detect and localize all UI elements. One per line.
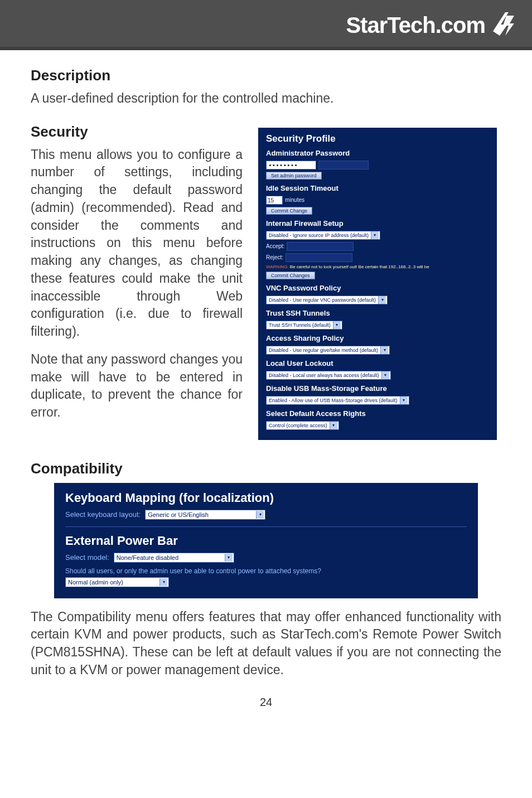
firewall-warning: WARNING: Be careful not to lock yourself…: [266, 264, 429, 269]
security-panel-wrap: Security Profile Administrator Password …: [254, 123, 501, 444]
security-p2: Note that any password changes you make …: [31, 351, 243, 422]
kbmap-label: Select keyboard layout:: [65, 510, 141, 519]
usb-value: Enabled - Allow use of USB Mass-Storage …: [269, 398, 398, 403]
power-mode-select[interactable]: Normal (admin only) ▾: [65, 577, 169, 587]
access-policy-value: Disabled - Use regular give/take method …: [269, 347, 378, 353]
chevron-down-icon: ▾: [400, 396, 408, 404]
lockout-value: Disabled - Local user always has access …: [269, 373, 379, 378]
firewall-mode-value: Disabled - Ignore source IP address (def…: [269, 233, 369, 238]
compat-heading: Compatibility: [31, 460, 501, 477]
idle-unit-label: minutes: [285, 197, 304, 203]
admin-pw-field-1[interactable]: ••••••••: [266, 161, 316, 170]
firewall-accept-label: Accept:: [266, 243, 284, 249]
access-policy-select[interactable]: Disabled - Use regular give/take method …: [266, 346, 390, 355]
kbmap-select[interactable]: Generic or US/English ▾: [145, 510, 265, 520]
rights-select[interactable]: Control (complete access) ▾: [266, 421, 339, 430]
divider: [65, 526, 467, 527]
chevron-down-icon: ▾: [381, 371, 389, 379]
idle-heading: Idle Session Timeout: [266, 184, 489, 192]
firewall-commit-button[interactable]: Commit Changes: [266, 272, 315, 279]
firewall-mode-select[interactable]: Disabled - Ignore source IP address (def…: [266, 231, 380, 240]
brand-logo-icon: [490, 10, 515, 38]
description-heading: Description: [31, 67, 501, 84]
security-row: Security This menu allows you to configu…: [31, 123, 501, 444]
model-label: Select model:: [65, 553, 109, 562]
firewall-reject-label: Reject:: [266, 254, 283, 260]
page-number: 24: [31, 696, 501, 709]
kbmap-heading: Keyboard Mapping (for localization): [65, 491, 467, 505]
vnc-policy-select[interactable]: Disabled - Use regular VNC passwords (de…: [266, 296, 388, 304]
model-select[interactable]: None/Feature disabled ▾: [114, 553, 234, 563]
top-bar: StarTech.com: [0, 0, 532, 50]
chevron-down-icon: ▾: [256, 511, 264, 519]
rights-heading: Select Default Access Rights: [266, 409, 489, 418]
chevron-down-icon: ▾: [225, 554, 233, 562]
firewall-reject-field[interactable]: [286, 253, 352, 262]
power-mode-value: Normal (admin only): [68, 579, 157, 586]
power-question: Should all users, or only the admin user…: [65, 567, 321, 575]
usb-select[interactable]: Enabled - Allow use of USB Mass-Storage …: [266, 396, 409, 405]
idle-timeout-field[interactable]: 15: [266, 196, 283, 205]
lockout-select[interactable]: Disabled - Local user always has access …: [266, 371, 391, 380]
chevron-down-icon: ▾: [371, 231, 379, 239]
firewall-warning-text: Be careful not to lock yourself out! Be …: [289, 264, 429, 269]
security-heading: Security: [31, 123, 243, 141]
extpower-heading: External Power Bar: [65, 534, 467, 548]
security-panel-title: Security Profile: [266, 133, 489, 144]
compat-panel-wrap: Keyboard Mapping (for localization) Sele…: [31, 483, 501, 598]
ssh-heading: Trust SSH Tunnels: [266, 309, 489, 317]
security-text: Security This menu allows you to configu…: [31, 123, 243, 444]
chevron-down-icon: ▾: [380, 346, 388, 354]
admin-pw-field-2[interactable]: [318, 161, 369, 170]
brand: StarTech.com: [346, 10, 515, 38]
model-value: None/Feature disabled: [117, 554, 223, 561]
admin-pw-heading: Administrator Password: [266, 149, 489, 157]
chevron-down-icon: ▾: [378, 296, 386, 304]
usb-heading: Disable USB Mass-Storage Feature: [266, 384, 489, 393]
kbmap-value: Generic or US/English: [148, 511, 254, 518]
access-heading: Access Sharing Policy: [266, 334, 489, 342]
idle-commit-button[interactable]: Commit Change: [266, 207, 312, 215]
chevron-down-icon: ▾: [330, 422, 337, 429]
ssh-trust-select[interactable]: Trust SSH Tunnels (default) ▾: [266, 321, 342, 330]
compat-body: The Compatibility menu offers features t…: [31, 608, 501, 679]
brand-text: StarTech.com: [346, 13, 485, 38]
firewall-warning-prefix: WARNING:: [266, 264, 289, 269]
description-body: A user-defined description for the contr…: [31, 90, 501, 108]
lockout-heading: Local User Lockout: [266, 359, 489, 367]
chevron-down-icon: ▾: [159, 578, 167, 586]
page-content: Description A user-defined description f…: [0, 50, 532, 731]
security-p1: This menu allows you to configure a numb…: [31, 146, 243, 341]
vnc-heading: VNC Password Policy: [266, 284, 489, 292]
firewall-accept-field[interactable]: [287, 242, 354, 251]
chevron-down-icon: ▾: [333, 321, 341, 329]
set-admin-password-button[interactable]: Set admin password: [266, 172, 322, 180]
compat-panel: Keyboard Mapping (for localization) Sele…: [54, 483, 478, 598]
firewall-heading: Internal Firewall Setup: [266, 219, 489, 228]
security-panel: Security Profile Administrator Password …: [258, 128, 497, 440]
rights-value: Control (complete access): [269, 423, 327, 428]
vnc-policy-value: Disabled - Use regular VNC passwords (de…: [269, 297, 376, 303]
ssh-trust-value: Trust SSH Tunnels (default): [269, 322, 331, 328]
